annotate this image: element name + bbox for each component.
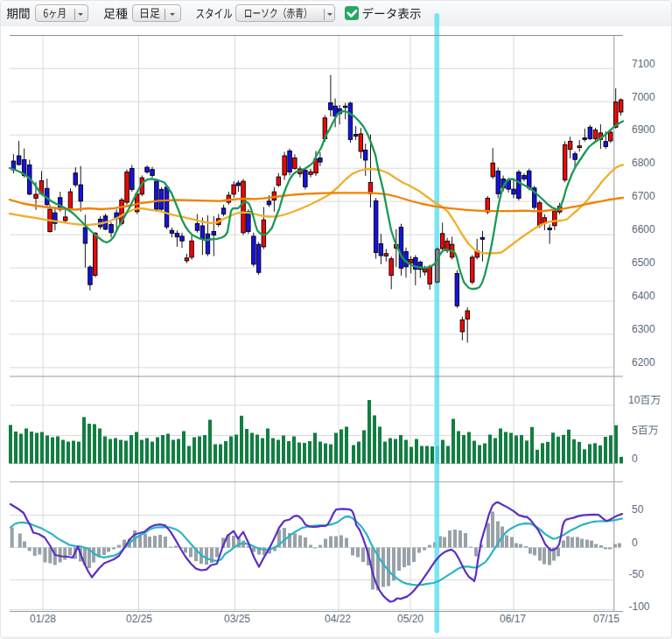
svg-text:6200: 6200 <box>632 356 655 369</box>
svg-text:-50: -50 <box>629 568 645 580</box>
svg-text:-100: -100 <box>629 600 650 613</box>
svg-text:06/17: 06/17 <box>500 613 526 625</box>
svg-text:6300: 6300 <box>632 323 655 335</box>
svg-text:10: 10 <box>628 394 640 406</box>
svg-text:6500: 6500 <box>632 256 655 269</box>
svg-text:6900: 6900 <box>632 123 655 136</box>
svg-text:03/25: 03/25 <box>224 613 250 625</box>
svg-text:02/25: 02/25 <box>126 613 152 625</box>
svg-text:07/15: 07/15 <box>593 613 620 625</box>
svg-text:7100: 7100 <box>632 58 655 70</box>
svg-text:6400: 6400 <box>632 290 655 302</box>
svg-text:7000: 7000 <box>632 91 655 103</box>
svg-text:0: 0 <box>632 453 638 465</box>
svg-text:0: 0 <box>632 537 638 549</box>
svg-text:50: 50 <box>632 503 644 516</box>
svg-text:01/28: 01/28 <box>30 613 56 625</box>
svg-text:6600: 6600 <box>632 223 655 235</box>
svg-text:6700: 6700 <box>632 190 655 202</box>
svg-text:05/20: 05/20 <box>397 613 424 625</box>
svg-text:5: 5 <box>632 425 638 437</box>
svg-text:6800: 6800 <box>632 157 655 169</box>
svg-text:04/22: 04/22 <box>325 613 351 625</box>
